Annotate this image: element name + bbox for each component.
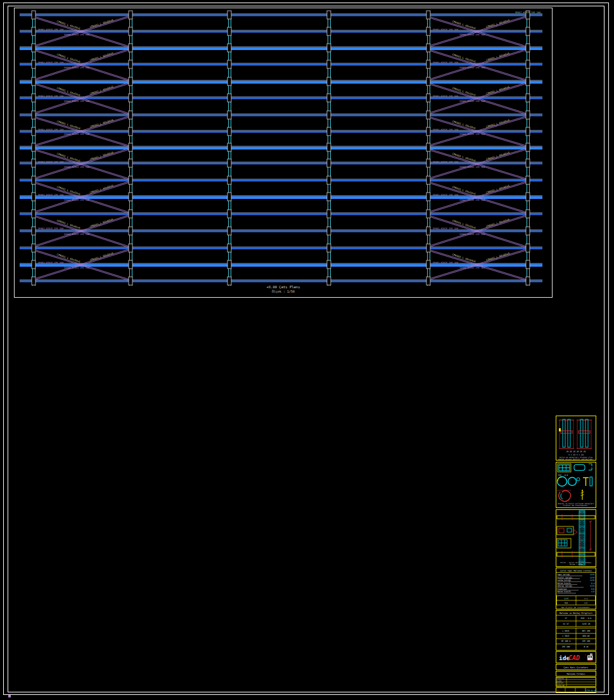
mid-label: SP002_KIRIS IPE 160 [64,166,89,169]
brace-label: CPR001_L 60x60x6 [485,118,510,129]
column-symbol [32,27,35,35]
column-symbol [526,143,530,151]
column-symbol [426,60,430,68]
column-symbol [426,193,430,201]
washer-icon-small [568,478,577,486]
materials-caption: Tüm ölçüler mm cinsindendir. [561,606,591,609]
clip-icon-top [589,464,592,466]
info-header: Malzeme ve Montaj Bilgileri [560,612,592,614]
roof-plan-canvas: CPR001_L 60x60x6CPR001_L 60x60x6SP001_KI… [15,8,552,297]
column-symbol [426,227,430,235]
column-symbol [526,94,530,102]
info-cell: IPE 200 [562,646,570,648]
column-symbol [32,77,35,86]
column-symbol [327,77,331,86]
beam [20,48,542,50]
column-symbol [426,143,430,151]
mid-label: SP002_KIRIS IPE 160 [459,34,485,36]
beam [20,64,542,66]
column-symbol [32,94,35,102]
splice-detail-right-icon [577,419,592,449]
brace-label: CPR001_L 60x60x6 [89,217,114,228]
column-symbol [129,60,132,68]
info-cell: IPE 160 [582,640,591,642]
beam-label: SP001_KIRIS IPE 160 [38,129,63,131]
beam-label: SP001_KIRIS IPE 160 [38,194,63,196]
logo-cad-text: CAD [568,654,580,661]
grid-cell: 8.8 [584,597,588,600]
bottom-strip-dividers [565,688,585,693]
info-cell: Ø 16 [584,646,588,648]
column-symbol [526,244,530,252]
column-symbol [32,127,35,136]
material-row-value: S235 [590,585,594,587]
material-row-label: Beton Sınıfı [558,590,572,593]
column-symbol [129,27,132,35]
brace-label: CPR001_L 60x60x6 [89,85,114,96]
beam [20,98,542,99]
anchor-caption-2: ölçüler mm cinsindendir. [563,504,589,507]
anchor-plate-grid-icon [559,465,570,471]
brace-label: CPR001_L 60x60x6 [89,18,114,29]
column-symbol [32,210,35,218]
column-symbol [426,210,430,218]
column-symbol [327,111,331,119]
mid-label: SP002_KIRIS IPE 160 [459,199,485,201]
sub-detail-plate-2 [567,528,572,532]
mid-label: SP002_KIRIS IPE 160 [64,199,89,201]
mid-label: SP002_KIRIS IPE 160 [459,166,485,169]
column-symbol [327,94,331,102]
column-symbol [227,94,231,102]
slot-hole-icon [574,465,585,471]
column-symbol [32,176,35,184]
column-symbol [327,277,331,285]
column-symbol [526,77,530,86]
column-symbol [227,11,231,19]
info-cell: L 50x5 [563,635,570,637]
material-row-label: Elektrod [558,588,567,590]
brace-label: CPR001_L 60x60x6 [89,118,114,129]
beam-label: SP001_KIRIS IPE 160 [433,129,458,131]
plan-viewport: CPR001_L 60x60x6CPR001_L 60x60x6SP001_KI… [14,8,553,298]
column-symbol [32,244,35,252]
column-symbol [129,244,132,252]
column-symbol [327,260,331,269]
column-symbol [129,193,132,201]
column-symbol [426,159,430,167]
beam [20,81,542,84]
signature-rows: Tasarım Çizim Kontrol Pafta No [556,677,596,687]
beam-label: SP001_KIRIS IPE 160 [38,61,63,64]
beam-label: SP001_KIRIS IPE 160 [433,194,458,196]
column-symbol [129,260,132,269]
brace-label: CPR001_L 60x60x6 [485,151,510,161]
anchor-hook-icon [557,490,571,502]
info-cell: M16 - 8.8 [581,617,591,620]
column-symbol [32,44,35,52]
info-cell: L 60x6 [563,630,570,632]
bolt-icon [581,490,584,500]
plan-caption-scale: Ölçek : 1/50 [272,290,295,293]
materials-title: Çelik Yapı Malzeme Listesi [560,570,592,572]
column-symbol [227,176,231,184]
column-symbol [227,159,231,167]
corner-label: SP017_KIRIS IPE 160 [515,11,540,14]
column-symbol [526,111,530,119]
sign-row-label: Tasarım [556,678,563,680]
beam-label: SP001_KIRIS IPE 160 [38,95,63,98]
column-symbol [526,127,530,136]
beam [20,15,542,16]
column-symbol [327,176,331,184]
column-symbol [227,111,231,119]
connection-caption-2: Ölçek : 1/10 [570,563,583,566]
column-symbol [327,143,331,151]
beam [20,115,542,117]
brace-label: CPR001_L 60x60x6 [485,218,510,229]
beam-label: SP001_KIRIS IPE 160 [433,29,458,31]
sign-row-label: Pafta No [556,685,565,687]
splice-dims-row1: 25 25 25 25 25 25 [566,450,586,453]
column-symbol [327,244,331,252]
column-symbol [32,260,35,269]
anchor-label: M16 - 8.8 [558,474,568,476]
info-cell: S235 JR [582,623,591,625]
brace-label: CPR001_L 60x60x6 [485,18,510,29]
